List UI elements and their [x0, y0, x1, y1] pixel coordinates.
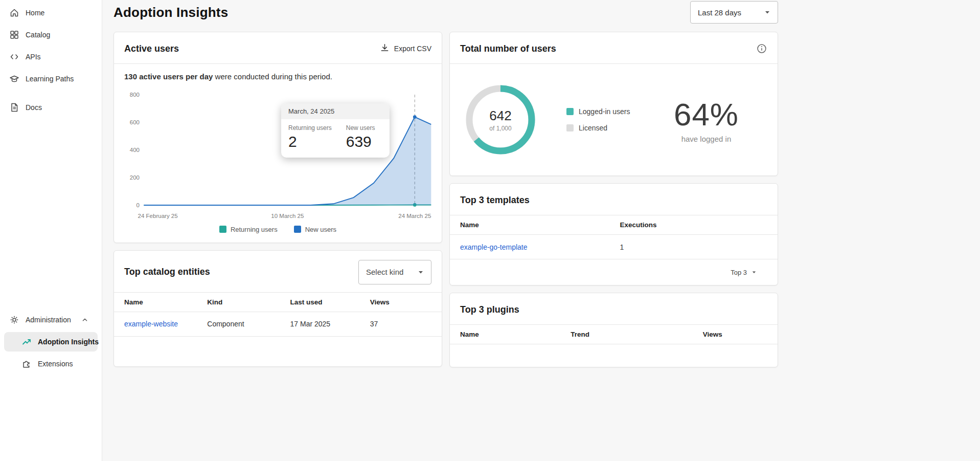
chevron-down-icon — [416, 267, 426, 277]
sidebar-item-catalog[interactable]: Catalog — [4, 25, 98, 45]
date-range-select[interactable]: Last 28 days — [690, 1, 778, 24]
download-icon — [380, 43, 390, 54]
svg-text:600: 600 — [130, 119, 140, 125]
active-users-card-header: Active users Export CSV — [114, 32, 442, 64]
top-plugins-card: Top 3 plugins Name Trend Views — [449, 293, 778, 367]
learning-paths-icon — [9, 74, 19, 84]
chart-legend: Returning users New users — [114, 224, 442, 243]
tooltip-new-users: New users 639 — [346, 124, 375, 150]
total-users-card-header: Total number of users — [450, 32, 778, 64]
svg-text:10 March 25: 10 March 25 — [271, 213, 304, 219]
svg-text:200: 200 — [130, 174, 140, 181]
sidebar-admin-section: Administration Adoption Insights Extensi… — [4, 310, 98, 376]
sidebar-item-home[interactable]: Home — [4, 3, 98, 23]
top-templates-card: Top 3 templates Name Executions example-… — [449, 183, 778, 286]
total-users-card: Total number of users 642 — [449, 32, 778, 176]
kind-select[interactable]: Select kind — [358, 260, 431, 284]
sidebar-item-label: Docs — [26, 103, 42, 112]
info-icon[interactable] — [756, 43, 767, 54]
template-link[interactable]: example-go-template — [460, 243, 620, 251]
catalog-table-header: Name Kind Last used Views — [114, 293, 442, 312]
sidebar-item-label: Extensions — [38, 360, 73, 368]
table-row: example-website Component 17 Mar 2025 37 — [114, 312, 442, 337]
legend-new-users: New users — [294, 226, 336, 233]
page-header: Adoption Insights Last 28 days — [113, 1, 778, 24]
sidebar-item-apis[interactable]: APIs — [4, 47, 98, 67]
sidebar-item-adoption-insights[interactable]: Adoption Insights — [4, 332, 98, 352]
active-users-summary: 130 active users per day were conducted … — [114, 64, 442, 83]
sidebar-item-extensions[interactable]: Extensions — [4, 354, 98, 374]
legend-swatch — [294, 226, 301, 233]
top-plugins-card-header: Top 3 plugins — [450, 293, 778, 325]
main-content: Adoption Insights Last 28 days Active us… — [102, 0, 980, 461]
users-donut-chart: 642 of 1,000 — [462, 81, 539, 158]
templates-table-footer: Top 3 — [450, 259, 778, 285]
top-catalog-entities-card: Top catalog entities Select kind Name Ki… — [113, 250, 442, 367]
sidebar-item-label: Home — [26, 9, 44, 17]
page-title: Adoption Insights — [113, 5, 228, 20]
active-users-chart: 020040060080024 February 2510 March 2524… — [114, 83, 442, 224]
sidebar-item-learning-paths[interactable]: Learning Paths — [4, 69, 98, 89]
table-row-partial — [450, 344, 778, 367]
date-range-value: Last 28 days — [698, 8, 741, 17]
chevron-up-icon[interactable] — [80, 315, 89, 324]
sidebar-item-label: APIs — [26, 53, 41, 61]
sidebar-item-administration[interactable]: Administration — [4, 310, 98, 330]
export-csv-label: Export CSV — [394, 45, 431, 53]
sidebar-item-label: Administration — [26, 316, 71, 324]
entity-kind: Component — [207, 320, 290, 328]
svg-text:800: 800 — [130, 92, 140, 98]
top-catalog-card-header: Top catalog entities Select kind — [114, 251, 442, 293]
kind-select-value: Select kind — [366, 268, 403, 276]
svg-text:24 February 25: 24 February 25 — [138, 213, 178, 219]
tooltip-returning-users: Returning users 2 — [288, 124, 332, 150]
card-title: Top catalog entities — [124, 267, 210, 277]
extensions-icon — [21, 359, 32, 369]
legend-returning-users: Returning users — [219, 226, 278, 233]
docs-icon — [9, 102, 19, 113]
card-title: Active users — [124, 43, 179, 54]
chevron-down-icon — [750, 268, 758, 276]
cards-grid: Active users Export CSV 130 active users… — [113, 32, 778, 367]
export-csv-button[interactable]: Export CSV — [380, 43, 431, 54]
tooltip-date: March, 24 2025 — [281, 103, 390, 119]
legend-licensed: Licensed — [566, 124, 630, 132]
administration-icon — [9, 315, 19, 325]
table-row-partial — [114, 337, 442, 366]
templates-table-header: Name Executions — [450, 215, 778, 235]
apis-icon — [9, 52, 19, 62]
right-column: Total number of users 642 — [449, 32, 778, 367]
entity-views: 37 — [370, 320, 431, 328]
donut-center-label: 642 of 1,000 — [462, 81, 539, 158]
rows-count-select[interactable]: Top 3 — [731, 268, 758, 276]
legend-swatch — [219, 226, 226, 233]
top-templates-card-header: Top 3 templates — [450, 184, 778, 215]
adoption-insights-icon — [21, 337, 32, 347]
active-users-card: Active users Export CSV 130 active users… — [113, 32, 442, 243]
catalog-icon — [9, 30, 19, 40]
card-title: Total number of users — [460, 43, 556, 54]
svg-text:400: 400 — [130, 147, 140, 153]
entity-last-used: 17 Mar 2025 — [290, 320, 370, 328]
legend-swatch — [566, 124, 574, 131]
sidebar-nav: Home Catalog APIs Learning Paths — [4, 3, 98, 120]
legend-logged-in-users: Logged-in users — [566, 107, 630, 116]
svg-text:0: 0 — [136, 202, 140, 208]
home-icon — [9, 8, 19, 18]
donut-legend: Logged-in users Licensed — [566, 107, 630, 132]
table-row: example-go-template 1 — [450, 235, 778, 259]
logged-in-percent: 64% have logged in — [674, 96, 739, 143]
sidebar-item-docs[interactable]: Docs — [4, 98, 98, 117]
entity-link[interactable]: example-website — [124, 320, 207, 328]
sidebar-item-label: Learning Paths — [26, 75, 74, 83]
chart-tooltip: March, 24 2025 Returning users 2 New use… — [281, 103, 390, 158]
plugins-table-header: Name Trend Views — [450, 325, 778, 344]
app-root: Home Catalog APIs Learning Paths — [0, 0, 980, 461]
svg-text:24 March 25: 24 March 25 — [398, 213, 431, 219]
legend-swatch — [566, 108, 574, 115]
total-users-body: 642 of 1,000 Logged-in users Lic — [450, 64, 778, 175]
sidebar: Home Catalog APIs Learning Paths — [0, 0, 102, 461]
area-chart-svg: 020040060080024 February 2510 March 2524… — [117, 83, 439, 224]
left-column: Active users Export CSV 130 active users… — [113, 32, 442, 367]
card-title: Top 3 templates — [460, 195, 530, 206]
